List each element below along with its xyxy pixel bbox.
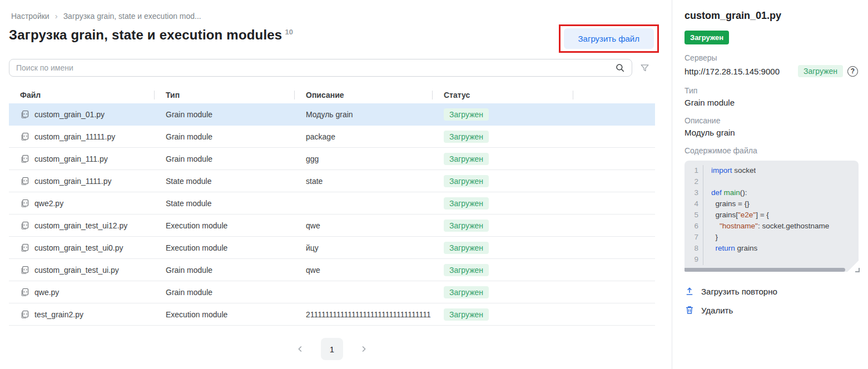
column-header-status: Статус	[433, 91, 573, 99]
search-icon[interactable]	[614, 62, 626, 74]
line-number: 2	[685, 176, 703, 187]
table-row[interactable]: custom_grain_test_ui12.pyExecution modul…	[9, 215, 655, 237]
file-code-icon	[20, 243, 29, 252]
column-header-description: Описание	[295, 91, 433, 99]
column-header-type: Тип	[155, 91, 295, 99]
detail-file-name: custom_grain_01.py	[685, 10, 858, 22]
filter-icon[interactable]	[639, 62, 651, 74]
upload-file-button[interactable]: Загрузить файл	[564, 28, 654, 49]
file-code-icon	[20, 199, 29, 208]
line-number: 9	[685, 254, 703, 265]
app-window: Настройки › Загрузка grain, state и exec…	[0, 0, 868, 369]
server-url: http://172.28.15.145:9000	[685, 67, 780, 76]
file-description: qwe	[295, 221, 433, 230]
file-description: Модуль grain	[295, 110, 433, 119]
upload-icon	[685, 286, 695, 296]
file-code-icon	[20, 110, 29, 119]
file-name: qwe2.py	[34, 199, 63, 208]
detail-status-badge: Загружен	[685, 31, 729, 44]
breadcrumb-settings[interactable]: Настройки	[11, 12, 49, 21]
delete-action[interactable]: Удалить	[685, 305, 858, 315]
breadcrumb: Настройки › Загрузка grain, state и exec…	[9, 11, 655, 21]
file-name: custom_grain_test_ui0.py	[34, 243, 123, 252]
code-line: 8 return grains	[685, 243, 859, 254]
previous-page-icon[interactable]	[293, 342, 307, 356]
line-number: 6	[685, 221, 703, 232]
line-number: 8	[685, 243, 703, 254]
action-label: Загрузить повторно	[701, 287, 777, 296]
status-badge: Загружен	[444, 308, 489, 321]
horizontal-scrollbar[interactable]	[685, 268, 845, 272]
file-code-icon	[20, 221, 29, 230]
table-row[interactable]: custom_grain_01.pyGrain moduleМодуль gra…	[9, 103, 655, 126]
status-badge: Загружен	[444, 175, 489, 187]
file-type: Execution module	[155, 310, 295, 319]
breadcrumb-separator-icon: ›	[55, 11, 58, 21]
file-description: 211111111111111111111111111111111	[295, 310, 433, 319]
status-badge: Загружен	[444, 264, 489, 276]
column-header-file: Файл	[9, 91, 155, 99]
trash-icon	[685, 305, 695, 315]
code-line: 6 "hostname": socket.gethostname	[685, 221, 859, 232]
status-badge: Загружен	[444, 153, 489, 165]
file-type: Execution module	[155, 221, 295, 230]
code-line: 9	[685, 254, 859, 265]
code-line: 3def main():	[685, 187, 859, 198]
table-row[interactable]: test_grain2.pyExecution module2111111111…	[9, 303, 655, 326]
file-type: Grain module	[155, 288, 295, 297]
file-name: custom_grain_1111.py	[34, 177, 112, 186]
table-row[interactable]: custom_grain_test_ui.pyGrain moduleqweЗа…	[9, 259, 655, 281]
file-name: qwe.py	[34, 288, 59, 297]
next-page-icon[interactable]	[356, 342, 371, 356]
action-label: Удалить	[701, 306, 733, 315]
file-type: State module	[155, 199, 295, 208]
breadcrumb-current: Загрузка grain, state и execution mod...	[63, 12, 201, 21]
type-value: Grain module	[685, 98, 858, 107]
code-line: 7 }	[685, 232, 859, 243]
file-type: Grain module	[155, 154, 295, 163]
file-code-icon	[20, 310, 29, 319]
table-row[interactable]: custom_grain_11111.pyGrain modulepackage…	[9, 126, 655, 148]
code-line: 1import socket	[685, 165, 859, 176]
table-row[interactable]: qwe.pyGrain moduleЗагружен	[9, 281, 655, 303]
table-row[interactable]: qwe2.pyState moduleЗагружен	[9, 192, 655, 215]
file-description: state	[295, 177, 433, 186]
search-input[interactable]	[16, 63, 614, 72]
file-description: ggg	[295, 154, 433, 163]
code-line: 2	[685, 176, 859, 187]
file-name: custom_grain_test_ui.py	[34, 266, 119, 275]
file-name: test_grain2.py	[34, 310, 83, 319]
file-code-icon	[20, 154, 29, 163]
table-header: Файл Тип Описание Статус	[9, 87, 655, 103]
file-type: State module	[155, 177, 295, 186]
file-code-icon	[20, 177, 29, 186]
code-line: 5 grains["e2e"] = {	[685, 210, 859, 221]
file-type: Grain module	[155, 132, 295, 141]
help-icon[interactable]: ?	[847, 66, 858, 77]
search-box	[9, 59, 632, 77]
description-value: Модуль grain	[685, 128, 858, 137]
page-title: Загрузка grain, state и execution module…	[9, 27, 293, 43]
line-number: 3	[685, 187, 703, 198]
file-name: custom_grain_11111.py	[34, 132, 115, 141]
main-content: Настройки › Загрузка grain, state и exec…	[0, 0, 672, 369]
file-code-icon	[20, 288, 29, 297]
file-code-icon	[20, 132, 29, 141]
file-type: Execution module	[155, 243, 295, 252]
file-code-icon	[20, 266, 29, 275]
page-number-button[interactable]: 1	[321, 338, 343, 360]
items-count: 10	[285, 28, 293, 36]
resize-grip[interactable]	[855, 268, 860, 272]
file-type: Grain module	[155, 266, 295, 275]
type-label: Тип	[685, 86, 858, 95]
server-row: http://172.28.15.145:9000 Загружен ?	[685, 65, 858, 77]
file-description: йцу	[295, 243, 433, 252]
table-row[interactable]: custom_grain_111.pyGrain modulegggЗагруж…	[9, 148, 655, 170]
reupload-action[interactable]: Загрузить повторно	[685, 286, 858, 296]
file-name: custom_grain_test_ui12.py	[34, 221, 127, 230]
table-row[interactable]: custom_grain_test_ui0.pyExecution module…	[9, 237, 655, 259]
status-badge: Загружен	[444, 131, 489, 143]
line-number: 5	[685, 210, 703, 221]
table-row[interactable]: custom_grain_1111.pyState modulestateЗаг…	[9, 170, 655, 192]
file-name: custom_grain_111.py	[34, 154, 108, 163]
